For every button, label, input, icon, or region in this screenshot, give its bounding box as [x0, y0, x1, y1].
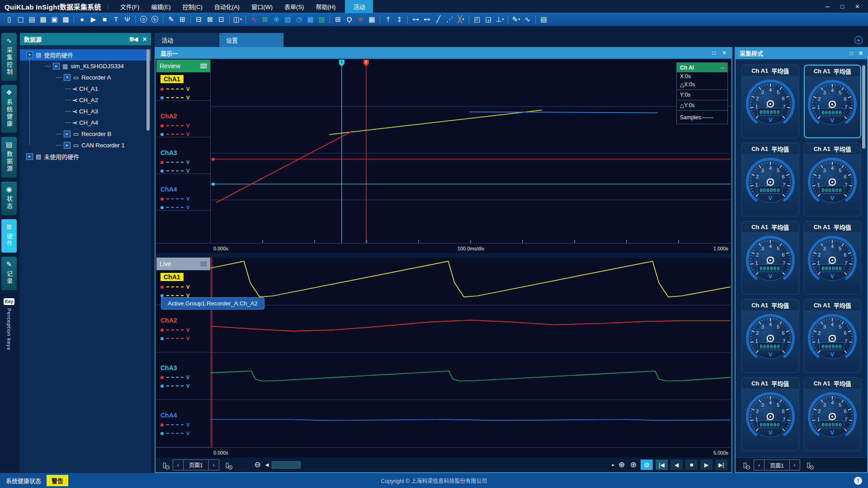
- tab-设置[interactable]: 设置: [219, 33, 283, 47]
- legend-dot-icon[interactable]: [160, 328, 164, 332]
- open-folder-icon[interactable]: ▢: [15, 14, 26, 25]
- brush-tool-icon[interactable]: ∿: [522, 14, 533, 25]
- step-back-button[interactable]: ◀: [670, 460, 683, 470]
- timeline-slider[interactable]: [272, 461, 301, 469]
- copy-data-icon[interactable]: ◲: [483, 14, 494, 25]
- signature-tool-icon[interactable]: ✎▾: [510, 14, 522, 25]
- matrix-view-icon[interactable]: ▦: [366, 14, 377, 25]
- tree-item-未使用的硬件[interactable]: ▸▤未使用的硬件: [20, 151, 151, 162]
- gauge-card[interactable]: Ch A1平均值012345678000000V: [741, 377, 799, 451]
- close-panel-icon[interactable]: ✕: [142, 36, 147, 42]
- event-prev-icon[interactable]: ⊠: [204, 14, 216, 25]
- gauge-card[interactable]: Ch A1平均值012345678000000V: [741, 143, 799, 216]
- channel-name-ChA4[interactable]: ChA4: [160, 412, 177, 419]
- stop-icon[interactable]: ■: [99, 14, 110, 25]
- add-display-button[interactable]: +: [854, 36, 863, 44]
- tree-item-sim_KLSHGDJS334[interactable]: ▸▥sim_KLSHGDJS334: [20, 61, 151, 72]
- display-window-titlebar[interactable]: 显示一 □ ✕: [156, 47, 731, 59]
- edit-annotation-icon[interactable]: ✎: [165, 14, 177, 25]
- legend-dot-icon[interactable]: [160, 206, 164, 209]
- tree-item-使用的硬件[interactable]: ▾▤使用的硬件: [20, 49, 151, 61]
- prev-page-button[interactable]: ‹: [173, 460, 184, 470]
- voice-annotation-icon[interactable]: Ψ: [122, 14, 133, 25]
- menu-item[interactable]: 控制(C): [177, 0, 208, 13]
- legend-dot-icon[interactable]: [160, 385, 164, 388]
- next-page-button[interactable]: ›: [789, 460, 800, 470]
- zoom-out-button[interactable]: ⊖: [253, 460, 262, 469]
- histogram-icon[interactable]: ▥: [282, 14, 293, 25]
- review-plot[interactable]: Ch AI ─ X:0s△X:0sY:0s△Y:0sSamples:------…: [211, 60, 731, 243]
- legend-dot-icon[interactable]: [160, 376, 164, 379]
- channel-name-ChA3[interactable]: ChA3: [160, 364, 177, 371]
- slope-tool-icon[interactable]: ╱: [433, 14, 444, 25]
- gauge-card[interactable]: Ch A1平均值012345678000000V: [804, 65, 862, 138]
- fit-view-button[interactable]: ⊛: [629, 460, 638, 469]
- legend-dot-icon[interactable]: [160, 337, 164, 340]
- settings-gear-button[interactable]: ⚙: [641, 460, 653, 470]
- calculator-icon[interactable]: ⊞: [332, 14, 344, 25]
- gauge-card[interactable]: Ch A1平均值012345678000000V: [741, 221, 799, 295]
- legend-dot-icon[interactable]: [160, 96, 164, 99]
- event-next-icon[interactable]: ⊡: [216, 14, 227, 25]
- collapse-arrow-icon[interactable]: ▾: [64, 74, 71, 81]
- expand-arrow-icon[interactable]: ▸: [53, 63, 60, 70]
- legend-dot-icon[interactable]: [160, 169, 164, 173]
- curve-styles-icon[interactable]: ╳▾: [455, 14, 467, 25]
- menu-item[interactable]: 自动化(A): [208, 0, 245, 13]
- marker-zero-icon[interactable]: 0: [138, 14, 149, 25]
- live-plot[interactable]: [211, 258, 731, 447]
- menu-burger-icon[interactable]: [200, 262, 207, 266]
- gauge-card[interactable]: Ch A1平均值012345678000000V: [804, 299, 862, 373]
- close-icon[interactable]: ✕: [855, 3, 860, 10]
- expand-arrow-icon[interactable]: ▸: [64, 142, 71, 149]
- meter-display-icon[interactable]: ◷: [293, 14, 305, 25]
- tree-item-Recorder A[interactable]: ▾▭Recorder A: [20, 72, 151, 83]
- activity-menu-button[interactable]: 活动: [345, 0, 373, 13]
- legend-dot-icon[interactable]: [160, 124, 164, 127]
- save-icon[interactable]: ▣: [49, 14, 60, 25]
- activity-tab-硬件[interactable]: ≣硬件: [1, 219, 17, 253]
- polar-chart-icon[interactable]: ⊕: [271, 14, 282, 25]
- legend-dot-icon[interactable]: [160, 133, 164, 136]
- measure-points-icon[interactable]: ⊶: [410, 14, 421, 25]
- display-maximize-icon[interactable]: □: [712, 50, 716, 56]
- warning-badge[interactable]: 警告: [47, 475, 68, 486]
- activity-tab-perception-keys[interactable]: KeyPerception keys: [1, 294, 17, 355]
- play-small-icon[interactable]: ▸: [612, 462, 614, 467]
- scroll-left-icon[interactable]: ◀: [265, 462, 269, 467]
- search-icon[interactable]: Ϙ: [344, 14, 355, 25]
- add-page-button[interactable]: ▯+: [804, 460, 814, 470]
- event-list-icon[interactable]: ⊞: [177, 14, 188, 25]
- expand-arrow-icon[interactable]: ▸: [26, 153, 33, 160]
- display-close-icon[interactable]: ✕: [722, 50, 726, 56]
- tree-item-CH_A4[interactable]: YCH_A4: [20, 117, 151, 128]
- slope-points-icon[interactable]: ⋰: [444, 14, 455, 25]
- channel-name-ChA1[interactable]: ChA1: [160, 75, 184, 83]
- anchor-tool-icon[interactable]: ⊥▾: [494, 14, 505, 25]
- tab-活动[interactable]: 活动: [155, 33, 219, 47]
- remove-page-button[interactable]: ▯−: [160, 460, 170, 470]
- channel-name-ChA2[interactable]: ChA2: [160, 317, 177, 324]
- skip-to-end-button[interactable]: ▶|: [715, 460, 727, 470]
- legend-dot-icon[interactable]: [160, 88, 164, 91]
- add-page-button[interactable]: ▯+: [222, 460, 232, 470]
- channel-name-ChA4[interactable]: ChA4: [160, 186, 177, 193]
- image-display-icon[interactable]: ▨: [316, 14, 327, 25]
- expand-arrow-icon[interactable]: ▸: [64, 131, 71, 137]
- play-icon[interactable]: ▶: [88, 14, 99, 25]
- copy-display-icon[interactable]: ◰: [472, 14, 483, 25]
- save-as-icon[interactable]: ▩: [60, 14, 71, 25]
- activity-tab-记录[interactable]: ✎记录: [1, 257, 17, 290]
- review-scope-header[interactable]: Review: [156, 60, 210, 72]
- stop-button[interactable]: ■: [685, 460, 698, 470]
- gauge-card[interactable]: Ch A1平均值012345678000000V: [804, 377, 862, 451]
- channel-name-ChA3[interactable]: ChA3: [160, 149, 177, 156]
- marker-counter-icon[interactable]: ↻: [149, 14, 160, 25]
- collapse-arrow-icon[interactable]: ▾: [26, 52, 33, 58]
- play-button[interactable]: ▶: [700, 460, 712, 470]
- legend-dot-icon[interactable]: [160, 294, 164, 297]
- activity-tab-采集控制[interactable]: ∿采集控制: [1, 33, 17, 81]
- table-display-icon[interactable]: ▦: [305, 14, 316, 25]
- measure-lock-icon[interactable]: ⊷: [421, 14, 433, 25]
- zoom-in-button[interactable]: ⊕: [617, 460, 626, 469]
